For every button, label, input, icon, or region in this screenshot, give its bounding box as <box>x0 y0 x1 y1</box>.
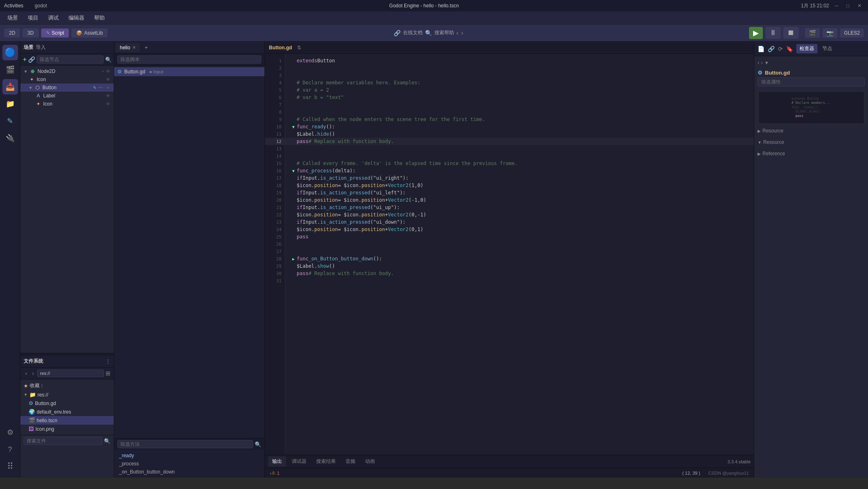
code-line-5[interactable]: # var a = 2 <box>285 86 754 94</box>
filesystem-more-icon[interactable]: ⋮ <box>106 359 110 364</box>
scene-search-icon[interactable]: 🔍 <box>105 57 112 63</box>
script-button[interactable]: ✎ Script <box>41 29 69 37</box>
method-item-process[interactable]: _process <box>114 460 264 468</box>
code-line-29[interactable]: $Label.show() <box>285 262 754 270</box>
bottom-tab-search[interactable]: 搜索结果 <box>312 456 340 467</box>
node2d-eye-icon[interactable]: 👁 <box>106 69 110 74</box>
tree-node-icon[interactable]: ✦ Icon 👁 <box>20 75 114 84</box>
inspector-bookmark-icon[interactable]: 🔖 <box>786 46 793 52</box>
section-resource-header[interactable]: ▶ Resource <box>758 126 865 135</box>
fs-item-button-gd[interactable]: ⚙ Button.gd <box>20 399 114 408</box>
icon-eye-icon[interactable]: 👁 <box>106 77 110 82</box>
link-node-button[interactable]: 🔗 <box>28 56 35 63</box>
tab-hello-close-icon[interactable]: ✕ <box>132 45 136 50</box>
code-line-7[interactable] <box>285 101 754 108</box>
code-line-28[interactable]: ▶func _on_Button_button_down(): <box>285 255 754 262</box>
method-filter-input[interactable] <box>117 440 253 448</box>
script-filter-input[interactable] <box>117 55 261 64</box>
fs-forward-button[interactable]: › <box>31 369 36 377</box>
online-docs-label[interactable]: 在线文档 <box>403 29 423 36</box>
stop-button[interactable]: ⏹ <box>783 27 799 39</box>
tree-node-icon2[interactable]: ✦ Icon 👁 <box>20 100 114 108</box>
script-tab-hello[interactable]: hello ✕ <box>116 43 140 52</box>
asset-lib-button[interactable]: 📦 AssetLib <box>71 29 108 37</box>
dock-icon-help[interactable]: ? <box>2 442 18 457</box>
movie-button[interactable]: 🎬 <box>805 28 820 38</box>
code-line-25[interactable]: pass <box>285 233 754 240</box>
scene-import-label[interactable]: 导入 <box>36 44 46 51</box>
nav-prev-icon[interactable]: ‹ <box>456 29 458 37</box>
inspector-tab-inspector[interactable]: 检查器 <box>796 44 817 53</box>
code-line-1[interactable]: extends Button <box>285 57 754 64</box>
code-line-22[interactable]: $icon.position = $icon.position + Vector… <box>285 211 754 218</box>
fs-layout-icon[interactable]: ⊞ <box>106 370 110 377</box>
code-line-14[interactable] <box>285 152 754 160</box>
inspector-tab-node[interactable]: 节点 <box>819 44 835 53</box>
screenshot-button[interactable]: 📷 <box>822 28 837 38</box>
restore-button[interactable]: □ <box>844 3 852 9</box>
code-line-30[interactable]: pass # Replace with function body. <box>285 270 754 277</box>
code-line-15[interactable]: # Called every frame. 'delta' is the ela… <box>285 160 754 167</box>
fs-path-input[interactable] <box>37 370 104 377</box>
node2d-add-icon[interactable]: + <box>102 69 104 74</box>
tree-node-label[interactable]: A Label 👁 <box>20 92 114 100</box>
fs-item-res[interactable]: ▼ 📁 res:// <box>20 390 114 399</box>
code-line-17[interactable]: if Input.is_action_pressed("ui_right"): <box>285 174 754 182</box>
script-tab-add[interactable]: + <box>141 43 152 52</box>
dock-icon-apps[interactable]: ⠿ <box>2 459 18 474</box>
method-item-ready[interactable]: _ready <box>114 452 264 460</box>
method-item-button-down[interactable]: _on_Button_button_down <box>114 468 264 476</box>
menu-debug[interactable]: 调试 <box>44 13 63 23</box>
dock-icon-godot[interactable]: 🔵 <box>2 45 18 60</box>
code-line-20[interactable]: $icon.position = $icon.position + Vector… <box>285 196 754 204</box>
code-content[interactable]: 1234567891011121314151617181920212223242… <box>265 54 754 455</box>
bottom-tab-debugger[interactable]: 调试器 <box>288 456 311 467</box>
code-line-4[interactable]: # Declare member variables here. Example… <box>285 79 754 86</box>
section-resource2-header[interactable]: ▼ Resource <box>758 138 865 147</box>
menu-help[interactable]: 帮助 <box>90 13 109 23</box>
code-line-2[interactable] <box>285 64 754 72</box>
fs-back-button[interactable]: ‹ <box>24 369 29 377</box>
dock-icon-filesystem[interactable]: 📁 <box>2 96 18 112</box>
code-line-21[interactable]: if Input.is_action_pressed("ui_up"): <box>285 204 754 211</box>
pause-button[interactable]: ⏸ <box>765 27 781 39</box>
dock-icon-scene[interactable]: 🎬 <box>2 62 18 77</box>
code-line-6[interactable]: # var b = "text" <box>285 94 754 101</box>
code-line-16[interactable]: ▼func _process(delta): <box>285 167 754 174</box>
code-sort-icon[interactable]: ⇅ <box>297 45 301 51</box>
code-line-3[interactable] <box>285 72 754 79</box>
inspector-history-icon[interactable]: ⟳ <box>778 46 783 52</box>
inspector-nav-list[interactable]: ▼ <box>764 60 769 65</box>
dock-icon-script[interactable]: ✎ <box>2 113 18 129</box>
code-line-9[interactable]: # Called when the node enters the scene … <box>285 116 754 123</box>
menu-project[interactable]: 项目 <box>24 13 42 23</box>
button-eye-icon[interactable]: 👁 <box>106 85 110 90</box>
code-line-23[interactable]: if Input.is_action_pressed("ui_down"): <box>285 218 754 226</box>
close-button[interactable]: ✕ <box>855 3 864 9</box>
code-line-18[interactable]: $icon.position = $icon.position + Vector… <box>285 182 754 189</box>
icon2-eye-icon[interactable]: 👁 <box>106 101 110 106</box>
property-search-input[interactable] <box>758 77 865 86</box>
code-lines[interactable]: extends Button # Declare member variable… <box>285 54 754 455</box>
dock-icon-assetlib[interactable]: 🔌 <box>2 130 18 146</box>
inspector-nav-back[interactable]: ‹ <box>758 59 759 66</box>
inspector-file-icon[interactable]: 📄 <box>758 46 764 52</box>
menu-editor[interactable]: 编辑器 <box>64 13 88 23</box>
add-node-button[interactable]: + <box>23 56 26 63</box>
nav-next-icon[interactable]: › <box>461 29 463 37</box>
code-line-26[interactable] <box>285 240 754 248</box>
script-item-button-gd[interactable]: ⚙ Button.gd ● Input <box>114 67 264 76</box>
search-file-input[interactable] <box>24 437 102 445</box>
dock-icon-settings[interactable]: ⚙ <box>2 425 18 440</box>
bottom-tab-animation[interactable]: 动画 <box>361 456 379 467</box>
inspector-nav-forward[interactable]: › <box>761 59 762 66</box>
fs-item-hello-tscn[interactable]: 🎬 hello.tscn <box>20 416 114 425</box>
fold-col-16[interactable]: ▼ <box>290 169 297 173</box>
fold-col-10[interactable]: ▼ <box>290 125 297 129</box>
code-line-8[interactable] <box>285 108 754 116</box>
view-3d-button[interactable]: 3D <box>22 29 38 37</box>
code-line-24[interactable]: $icon.position = $icon.position + Vector… <box>285 226 754 233</box>
dock-icon-import[interactable]: 📥 <box>2 79 18 95</box>
code-line-19[interactable]: if Input.is_action_pressed("ui_left"): <box>285 189 754 196</box>
code-line-11[interactable]: $Label.hide() <box>285 130 754 138</box>
